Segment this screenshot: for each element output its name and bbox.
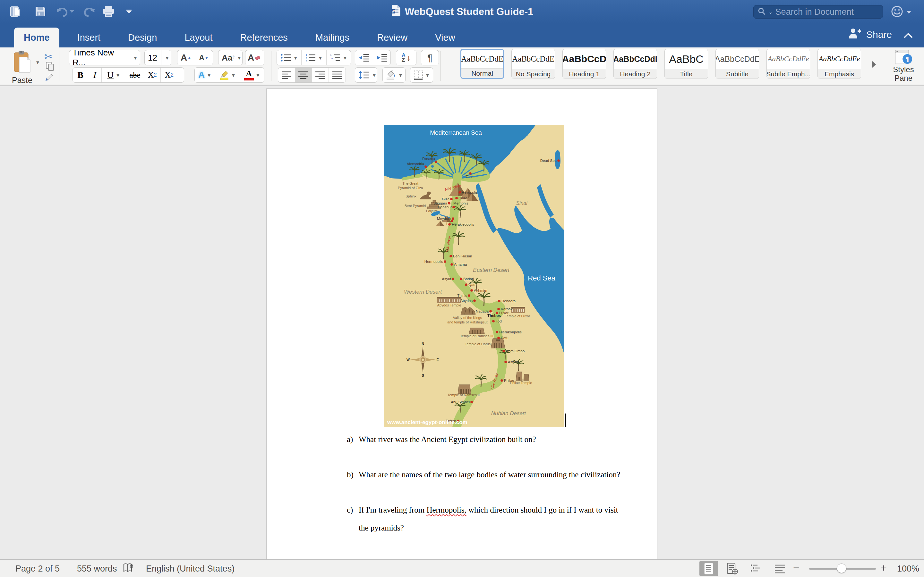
zoom-in-button[interactable]: + xyxy=(880,562,887,574)
shading-button[interactable]: ▼ xyxy=(383,67,405,83)
city-dot-giza xyxy=(450,198,453,200)
tab-review[interactable]: Review xyxy=(367,27,417,47)
paste-button[interactable] xyxy=(12,50,33,74)
numbered-list-button[interactable]: 123 ▼ xyxy=(302,50,326,65)
svg-text:N: N xyxy=(422,342,424,346)
svg-text:Sphinx: Sphinx xyxy=(405,194,417,198)
language-status[interactable]: English (United States) xyxy=(146,564,234,574)
style-normal[interactable]: AaBbCcDdENormal xyxy=(460,49,504,79)
cut-icon[interactable]: ✂ xyxy=(44,51,53,63)
tab-design[interactable]: Design xyxy=(118,27,166,47)
search-scope-chevron-icon[interactable]: ⌄ xyxy=(768,9,772,15)
style-heading-1[interactable]: AaBbCcDHeading 1 xyxy=(562,49,606,79)
tab-mailings[interactable]: Mailings xyxy=(306,27,359,47)
borders-button[interactable]: ▼ xyxy=(410,67,433,83)
copy-icon[interactable] xyxy=(45,61,55,73)
italic-button[interactable]: I xyxy=(88,68,102,82)
increase-indent-button[interactable] xyxy=(373,50,391,65)
map-label-tod: Tod xyxy=(496,319,502,323)
sort-button[interactable]: AZ ↓ xyxy=(396,50,417,65)
format-painter-icon[interactable] xyxy=(45,73,55,83)
shrink-font-button[interactable]: A▼ xyxy=(195,50,213,65)
style-heading-2[interactable]: AaBbCcDdlHeading 2 xyxy=(614,49,657,79)
print-layout-view-button[interactable] xyxy=(699,561,718,576)
map-label-saqqara: Saqqara xyxy=(433,201,447,205)
style-emphasis[interactable]: AaBbCcDdEeEmphasis xyxy=(817,49,861,79)
line-spacing-button[interactable]: ▼ xyxy=(355,67,377,83)
map-label-badari: Badari xyxy=(463,277,474,281)
share-button[interactable]: Share xyxy=(848,28,913,41)
question-b-text: What are the names of the two large bodi… xyxy=(359,470,620,479)
underline-dropdown-icon: ▼ xyxy=(115,73,120,78)
map-label-cairo: Cairo xyxy=(459,196,467,200)
font-color-button[interactable]: A ▼ xyxy=(240,68,264,82)
feedback-dropdown-icon[interactable] xyxy=(907,9,911,15)
style-title[interactable]: AaBbCTitle xyxy=(664,49,708,79)
zoom-slider-thumb[interactable] xyxy=(837,564,846,573)
highlight-button[interactable]: ▼ xyxy=(215,68,240,82)
grow-font-button[interactable]: A▲ xyxy=(178,50,195,65)
temple-of-horus xyxy=(491,338,505,348)
svg-text:E: E xyxy=(436,358,439,362)
style-subtitle[interactable]: AaBbCcDdESubtitle xyxy=(716,49,759,79)
bold-button[interactable]: B xyxy=(73,68,88,82)
align-right-button[interactable] xyxy=(312,68,329,82)
svg-text:i: i xyxy=(333,60,333,62)
font-name-select[interactable]: Times New R... ▼ xyxy=(69,50,140,65)
page-count-status[interactable]: Page 2 of 5 xyxy=(15,564,60,574)
document-page[interactable]: RosettaAlexandriaTanisDead SeaHeliopolis… xyxy=(266,89,657,561)
svg-text:Western Desert: Western Desert xyxy=(404,289,442,295)
tab-view[interactable]: View xyxy=(425,27,465,47)
question-c-text: If I'm traveling from Hermopolis, which … xyxy=(359,506,618,514)
svg-text:Faiyum: Faiyum xyxy=(426,209,438,213)
collapse-ribbon-icon[interactable] xyxy=(904,29,913,40)
search-placeholder: Search in Document xyxy=(775,7,854,17)
style-no-spacing[interactable]: AaBbCcDdENo Spacing xyxy=(511,49,555,79)
paste-dropdown-icon[interactable]: ▼ xyxy=(33,60,40,65)
font-size-select[interactable]: 12 ▼ xyxy=(144,50,171,65)
justify-button[interactable] xyxy=(329,68,346,82)
svg-text:2: 2 xyxy=(306,57,307,60)
misspelled-word: Hermopolis, xyxy=(426,506,466,514)
underline-button[interactable]: U▼ xyxy=(102,68,126,82)
map-label-dead-sea: Dead Sea xyxy=(540,159,557,163)
superscript-button[interactable]: X2 xyxy=(161,68,178,82)
city-dot-akhmim xyxy=(470,289,473,292)
search-input[interactable]: ⌄ Search in Document xyxy=(753,5,883,19)
bullet-list-button[interactable]: ▼ xyxy=(277,50,302,65)
align-left-button[interactable] xyxy=(278,68,295,82)
map-label-hierakonpolis: Hierakonpolis xyxy=(499,330,522,334)
egypt-map-image[interactable]: RosettaAlexandriaTanisDead SeaHeliopolis… xyxy=(384,125,564,427)
subscript-button[interactable]: X2 xyxy=(144,68,161,82)
share-person-icon xyxy=(848,28,861,41)
align-center-button[interactable] xyxy=(295,68,312,82)
style-subtle-emph-[interactable]: AaBbCcDdEeSubtle Emph... xyxy=(766,49,810,79)
zoom-level[interactable]: 100% xyxy=(897,564,919,574)
map-label-herakleopolis: Herakleopolis xyxy=(452,222,474,226)
word-count-status[interactable]: 555 words xyxy=(77,564,117,574)
feedback-smiley-icon[interactable] xyxy=(891,5,903,19)
decrease-indent-button[interactable] xyxy=(355,50,373,65)
tab-home[interactable]: Home xyxy=(14,27,59,47)
show-paragraph-marks-button[interactable]: ¶ xyxy=(421,50,439,65)
clear-formatting-button[interactable]: A xyxy=(245,50,264,65)
share-label: Share xyxy=(866,29,892,40)
text-effects-button[interactable]: A▼ xyxy=(195,68,215,82)
proofing-status-icon[interactable] xyxy=(123,563,134,576)
map-label-karnak: Karnak xyxy=(501,307,513,311)
document-canvas[interactable]: RosettaAlexandriaTanisDead SeaHeliopolis… xyxy=(0,85,924,559)
draft-view-button[interactable] xyxy=(771,561,789,576)
tab-references[interactable]: References xyxy=(230,27,297,47)
web-layout-view-button[interactable] xyxy=(723,561,742,576)
tab-layout[interactable]: Layout xyxy=(175,27,222,47)
city-dot-aswan xyxy=(504,361,507,363)
outline-view-button[interactable] xyxy=(747,561,766,576)
multilevel-list-button[interactable]: 1ai ▼ xyxy=(326,50,351,65)
tab-insert[interactable]: Insert xyxy=(68,27,110,47)
zoom-out-button[interactable]: − xyxy=(793,562,800,574)
styles-gallery-more-icon[interactable] xyxy=(871,60,877,70)
change-case-button[interactable]: Aa⤴▼ xyxy=(218,50,242,65)
styles-pane-button[interactable]: ¶ Styles Pane xyxy=(887,49,920,83)
strikethrough-button[interactable]: abe xyxy=(126,68,144,82)
map-label-dendera: Dendera xyxy=(501,299,516,303)
